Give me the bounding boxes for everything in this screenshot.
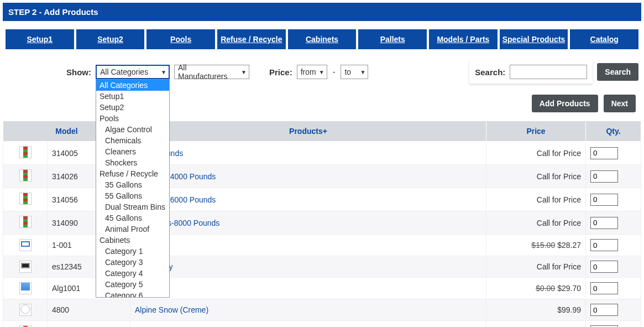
row-product-link[interactable]: Alpine Snow (Creme) (130, 299, 486, 321)
col-price-header[interactable]: Price (486, 121, 586, 142)
tab-pools[interactable]: Pools (146, 29, 215, 49)
category-option[interactable]: Animal Proof (96, 224, 169, 235)
category-select[interactable]: All Categories ▼ (96, 65, 170, 79)
price-from-select[interactable]: from ▼ (297, 65, 327, 79)
row-price: Call for Price (486, 142, 586, 165)
tab-special-products[interactable]: Special Products (500, 29, 568, 49)
category-option[interactable]: Category 5 (96, 279, 169, 290)
row-icon-cell (3, 165, 48, 188)
category-option[interactable]: Chemicals (96, 135, 169, 146)
qty-input[interactable] (590, 282, 618, 294)
row-qty-cell (586, 142, 641, 165)
category-option[interactable]: 45 Gallons (96, 212, 169, 224)
row-price: $0.00$29.70 (486, 278, 586, 299)
category-option[interactable]: Category 1 (96, 246, 169, 257)
row-qty-cell (586, 165, 641, 188)
category-option[interactable]: Cabinets (96, 235, 169, 246)
row-price-value: $99.99 (557, 305, 581, 314)
next-button[interactable]: Next (604, 95, 636, 112)
price-to-select[interactable]: to ▼ (341, 65, 368, 79)
row-price: Call for Price (486, 211, 586, 235)
chevron-down-icon: ▼ (161, 69, 166, 75)
row-price: Call for Price (486, 188, 586, 211)
filter-row: Show: All Categories ▼ All CategoriesSet… (0, 60, 644, 89)
search-button[interactable]: Search (597, 63, 638, 81)
qty-input[interactable] (590, 304, 618, 316)
category-option[interactable]: Cleaners (96, 146, 169, 157)
row-price-value: Call for Price (537, 149, 581, 158)
row-model: 4800 (48, 299, 130, 321)
manufacturer-select-value: All Manufacturers (178, 63, 237, 81)
row-product-link[interactable]: uct Display (130, 256, 486, 278)
tab-models-parts[interactable]: Models / Parts (429, 29, 498, 49)
tab-pallets[interactable]: Pallets (358, 29, 427, 49)
tab-setup1[interactable]: Setup1 (6, 29, 74, 49)
table-row: 4801An Affair in Red Square (Pearl)$99.9… (3, 321, 641, 328)
product-thumb (19, 216, 32, 228)
row-qty-cell (586, 211, 641, 235)
qty-input[interactable] (590, 239, 618, 251)
manufacturer-select[interactable]: All Manufacturers ▼ (174, 65, 249, 79)
product-thumb (19, 261, 32, 273)
row-price-value: Call for Price (537, 219, 581, 227)
show-label: Show: (66, 68, 91, 77)
category-option[interactable]: Category 3 (96, 257, 169, 268)
row-icon-cell (3, 256, 48, 278)
row-product-link[interactable]: ne Tablets (130, 235, 486, 256)
stack-icon (23, 193, 28, 204)
row-product-link[interactable]: es (130, 278, 486, 299)
qty-input[interactable] (590, 194, 618, 206)
category-option[interactable]: Category 4 (96, 268, 169, 279)
snow-icon (20, 304, 30, 314)
display-icon (21, 263, 30, 268)
tab-bar: Setup1Setup2PoolsRefuse / RecycleCabinet… (6, 29, 638, 49)
price-to-value: to (344, 68, 351, 76)
stack-icon (23, 147, 28, 158)
row-product-link[interactable]: s - 1 Row-4000 Pounds (130, 165, 486, 188)
row-qty-cell (586, 299, 641, 321)
qty-input[interactable] (590, 217, 618, 229)
row-icon-cell (3, 278, 48, 299)
category-option[interactable]: Pools (96, 113, 169, 124)
row-price-strike: $0.00 (536, 284, 555, 293)
category-option[interactable]: 55 Gallons (96, 190, 169, 201)
product-thumb (19, 239, 32, 251)
tab-refuse-recycle[interactable]: Refuse / Recycle (217, 29, 286, 49)
row-product-link[interactable]: -2000 Pounds (130, 142, 486, 165)
row-icon-cell (3, 211, 48, 235)
row-icon-cell (3, 142, 48, 165)
search-group: Search: (469, 60, 593, 84)
step-header: STEP 2 - Add Products (3, 3, 641, 21)
row-price: $99.99 (486, 299, 586, 321)
algae-icon (21, 283, 30, 290)
add-products-button[interactable]: Add Products (532, 95, 598, 112)
tablet-icon (21, 241, 30, 247)
category-option[interactable]: Setup1 (96, 91, 169, 102)
qty-input[interactable] (590, 147, 618, 159)
stack-icon (23, 170, 28, 181)
search-label: Search: (475, 68, 505, 77)
qty-input[interactable] (590, 261, 618, 273)
tab-catalog[interactable]: Catalog (570, 29, 638, 49)
category-option[interactable]: 35 Gallons (96, 179, 169, 190)
category-option[interactable]: Refuse / Recycle (96, 168, 169, 179)
category-option[interactable]: Setup2 (96, 102, 169, 113)
row-qty-cell (586, 321, 641, 328)
category-option[interactable]: Shockers (96, 157, 169, 168)
tab-cabinets[interactable]: Cabinets (288, 29, 357, 49)
category-option[interactable]: Dual Stream Bins (96, 201, 169, 212)
row-product-link[interactable]: s - 2 Rows-8000 Pounds (130, 211, 486, 235)
search-input[interactable] (510, 65, 587, 79)
row-qty-cell (586, 188, 641, 211)
row-icon-cell (3, 299, 48, 321)
category-option[interactable]: Algae Control (96, 124, 169, 135)
row-icon-cell (3, 321, 48, 328)
row-product-link[interactable]: s - 1 Row-6000 Pounds (130, 188, 486, 211)
col-product-header[interactable]: Products+ (130, 121, 486, 142)
qty-input[interactable] (590, 170, 618, 183)
tab-setup2[interactable]: Setup2 (76, 29, 145, 49)
row-product-link[interactable]: An Affair in Red Square (Pearl) (130, 321, 486, 328)
col-qty-header: Qty. (586, 121, 641, 142)
category-option[interactable]: All Categories (96, 80, 169, 91)
category-option[interactable]: Category 6 (96, 290, 169, 297)
